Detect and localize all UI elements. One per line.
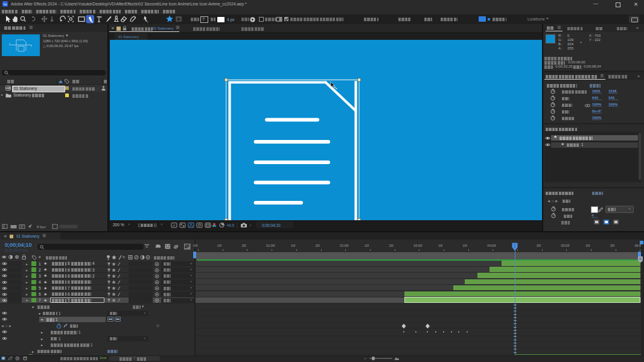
svg-text:8 bpc: 8 bpc (37, 225, 46, 229)
svg-text:+0.0: +0.0 (226, 223, 234, 227)
svg-text:˅: ˅ (249, 223, 252, 227)
